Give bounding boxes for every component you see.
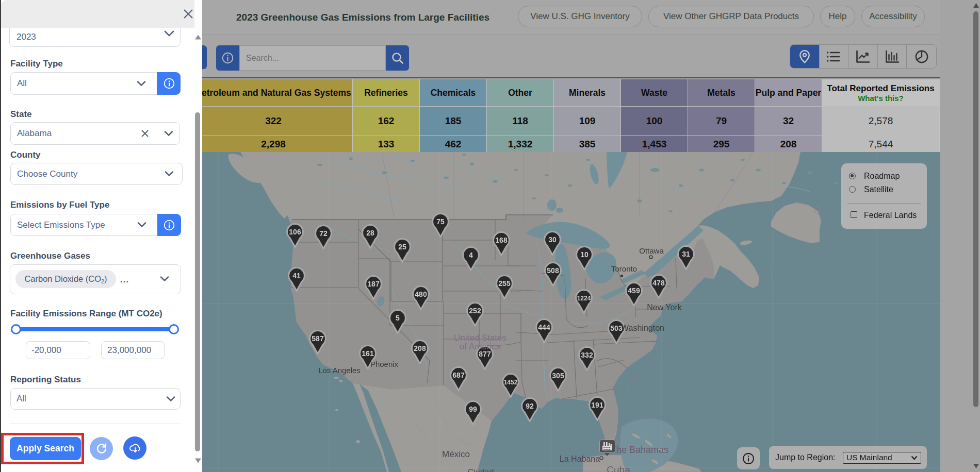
svg-text:587: 587	[312, 334, 324, 343]
svg-text:Washington: Washington	[621, 324, 664, 332]
svg-text:5: 5	[396, 314, 400, 322]
svg-text:The Bahamas: The Bahamas	[611, 445, 668, 455]
svg-text:508: 508	[547, 266, 559, 275]
svg-text:72: 72	[319, 229, 328, 238]
svg-text:480: 480	[415, 290, 427, 298]
svg-text:New York: New York	[647, 303, 682, 312]
svg-text:41: 41	[292, 272, 301, 280]
svg-text:Toronto: Toronto	[611, 264, 637, 273]
svg-text:208: 208	[414, 344, 426, 352]
svg-text:1224: 1224	[577, 295, 591, 302]
svg-text:25: 25	[398, 243, 406, 251]
svg-text:687: 687	[452, 371, 465, 379]
svg-text:444: 444	[538, 323, 550, 331]
svg-text:106: 106	[289, 228, 301, 236]
svg-text:30: 30	[548, 235, 557, 244]
svg-text:of America: of America	[460, 342, 501, 351]
svg-text:1452: 1452	[504, 379, 518, 386]
svg-text:Cuba: Cuba	[607, 464, 630, 472]
svg-text:191: 191	[591, 401, 603, 409]
svg-text:332: 332	[581, 351, 593, 359]
svg-text:75: 75	[436, 217, 445, 226]
svg-text:168: 168	[495, 236, 508, 244]
svg-text:Ottawa: Ottawa	[639, 246, 664, 255]
svg-text:31: 31	[682, 250, 690, 258]
svg-text:28: 28	[366, 229, 374, 237]
svg-text:99: 99	[469, 405, 477, 413]
svg-text:187: 187	[367, 280, 380, 288]
svg-text:Los Angeles: Los Angeles	[318, 366, 361, 375]
svg-text:Ciudad: Ciudad	[468, 468, 494, 472]
svg-text:México: México	[442, 449, 470, 459]
svg-text:255: 255	[498, 279, 511, 288]
svg-text:305: 305	[552, 372, 564, 380]
svg-text:92: 92	[526, 402, 534, 410]
svg-text:La Habana: La Habana	[560, 454, 600, 463]
svg-text:10: 10	[580, 250, 589, 259]
svg-text:Phoenix: Phoenix	[370, 360, 399, 368]
svg-text:161: 161	[362, 349, 374, 358]
svg-text:4: 4	[469, 251, 473, 259]
svg-text:459: 459	[628, 286, 640, 295]
svg-text:252: 252	[469, 307, 481, 315]
svg-text:478: 478	[652, 279, 665, 287]
